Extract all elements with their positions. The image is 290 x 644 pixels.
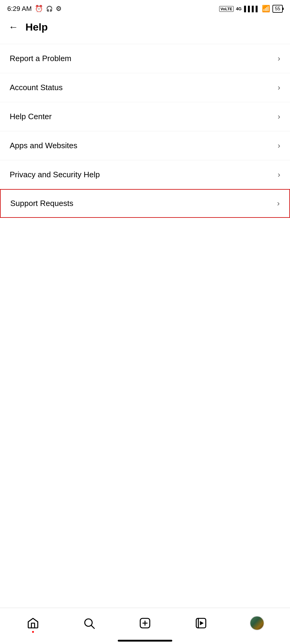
menu-item-report-problem-label: Report a Problem — [10, 54, 71, 63]
menu-item-apps-websites-label: Apps and Websites — [10, 141, 77, 150]
profile-avatar — [250, 616, 264, 630]
chevron-right-icon: › — [278, 141, 280, 150]
menu-item-account-status[interactable]: Account Status › — [0, 73, 290, 102]
help-menu-list: Report a Problem › Account Status › Help… — [0, 44, 290, 218]
menu-item-support-requests[interactable]: Support Requests › — [0, 189, 290, 218]
status-left: 6:29 AM ⏰ 🎧 ⚙ — [7, 5, 62, 13]
signal-bars-icon: ▌▌▌▌ — [244, 6, 259, 12]
plus-square-icon — [139, 617, 151, 629]
status-right: VoLTE 4G ▌▌▌▌ 📶 55 — [219, 5, 283, 13]
back-button[interactable]: ← — [8, 21, 18, 33]
alarm-icon: ⏰ — [35, 5, 43, 13]
menu-item-apps-websites[interactable]: Apps and Websites › — [0, 131, 290, 160]
nav-reels[interactable] — [189, 611, 213, 635]
menu-item-support-requests-label: Support Requests — [10, 199, 73, 208]
menu-item-account-status-label: Account Status — [10, 83, 63, 92]
chevron-right-icon: › — [278, 54, 280, 63]
status-bar: 6:29 AM ⏰ 🎧 ⚙ VoLTE 4G ▌▌▌▌ 📶 55 — [0, 0, 290, 16]
bottom-navigation — [0, 608, 290, 644]
nav-home[interactable] — [21, 611, 45, 635]
page-title: Help — [25, 21, 48, 33]
nav-search[interactable] — [77, 611, 101, 635]
search-icon — [83, 617, 95, 629]
battery-icon: 55 — [272, 5, 283, 13]
menu-item-privacy-security-label: Privacy and Security Help — [10, 170, 100, 179]
chevron-right-icon: › — [278, 112, 280, 121]
page-header: ← Help — [0, 16, 290, 38]
volte-icon: VoLTE — [219, 6, 233, 12]
home-indicator-bar — [118, 640, 172, 642]
time-display: 6:29 AM — [7, 5, 32, 13]
menu-item-help-center[interactable]: Help Center › — [0, 102, 290, 131]
menu-item-report-problem[interactable]: Report a Problem › — [0, 44, 290, 73]
video-square-icon — [195, 617, 207, 629]
home-notification-dot — [32, 631, 34, 633]
nav-create[interactable] — [133, 611, 157, 635]
chevron-right-icon: › — [278, 83, 280, 92]
settings-icon: ⚙ — [56, 5, 62, 13]
extra-icon: 🎧 — [46, 5, 53, 12]
menu-item-privacy-security[interactable]: Privacy and Security Help › — [0, 160, 290, 189]
nav-profile[interactable] — [245, 611, 269, 635]
wifi-icon: 📶 — [262, 5, 270, 13]
svg-marker-6 — [200, 621, 204, 625]
signal-4g-icon: 4G — [236, 6, 242, 11]
menu-item-help-center-label: Help Center — [10, 112, 52, 121]
chevron-right-icon: › — [277, 199, 280, 208]
svg-line-1 — [91, 625, 94, 628]
home-icon — [27, 617, 39, 629]
chevron-right-icon: › — [278, 170, 280, 179]
